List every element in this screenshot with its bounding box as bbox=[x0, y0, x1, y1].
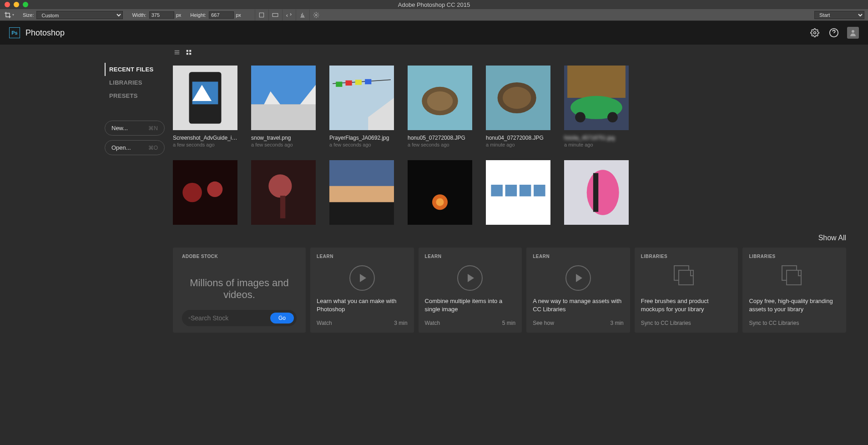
settings-gear-icon[interactable] bbox=[309, 10, 323, 20]
file-card[interactable]: snow_travel.pnga few seconds ago bbox=[251, 66, 319, 147]
grid-view-icon[interactable] bbox=[186, 49, 192, 57]
preferences-gear-icon[interactable] bbox=[809, 27, 821, 39]
clear-icon[interactable] bbox=[296, 10, 309, 20]
file-card[interactable] bbox=[486, 160, 554, 225]
sidebar: RECENT FILESLIBRARIESPRESETS New... ⌘N O… bbox=[0, 45, 173, 445]
content-area: Screenshot_AdvGuide_iPho...a few seconds… bbox=[173, 45, 868, 445]
card-category: LEARN bbox=[425, 254, 516, 259]
file-name: Screenshot_AdvGuide_iPho... bbox=[173, 135, 237, 141]
file-time: a few seconds ago bbox=[251, 142, 319, 147]
library-icon bbox=[782, 265, 807, 287]
sidebar-tab-presets[interactable]: PRESETS bbox=[105, 89, 165, 102]
open-shortcut: ⌘O bbox=[148, 145, 158, 151]
stock-go-button[interactable]: Go bbox=[270, 313, 294, 324]
svg-rect-25 bbox=[355, 80, 362, 85]
file-thumbnail bbox=[408, 160, 472, 225]
svg-rect-34 bbox=[567, 66, 626, 98]
svg-rect-11 bbox=[187, 53, 188, 55]
file-name: snow_travel.png bbox=[251, 135, 316, 141]
file-name: PrayerFlags_JA0692.jpg bbox=[329, 135, 394, 141]
width-label: Width: bbox=[132, 12, 146, 18]
file-card[interactable]: fotolia_45718751.jpga minute ago bbox=[564, 66, 632, 147]
workspace-select[interactable]: Start bbox=[814, 11, 864, 19]
card-footer: Sync to CC Libraries bbox=[749, 320, 840, 326]
file-card[interactable] bbox=[251, 160, 319, 225]
landscape-icon[interactable] bbox=[268, 10, 282, 20]
sidebar-tab-libraries[interactable]: LIBRARIES bbox=[105, 76, 165, 89]
file-time: a few seconds ago bbox=[173, 142, 241, 147]
resource-card[interactable]: LEARNCombine multiple items into a singl… bbox=[419, 248, 522, 333]
size-select[interactable]: Custom bbox=[36, 11, 123, 19]
file-card[interactable]: Screenshot_AdvGuide_iPho...a few seconds… bbox=[173, 66, 241, 147]
height-label: Height: bbox=[190, 12, 206, 18]
stock-search: Go bbox=[182, 310, 297, 326]
svg-rect-0 bbox=[260, 13, 264, 17]
resource-card[interactable]: LIBRARIESCopy free, high-quality brandin… bbox=[742, 248, 846, 333]
open-button[interactable]: Open... ⌘O bbox=[105, 140, 165, 155]
file-card[interactable] bbox=[329, 160, 398, 225]
open-label: Open... bbox=[111, 144, 131, 151]
svg-rect-26 bbox=[365, 79, 371, 84]
svg-point-42 bbox=[268, 174, 292, 197]
library-icon bbox=[674, 265, 699, 287]
file-card[interactable] bbox=[173, 160, 241, 225]
file-card[interactable]: honu05_07272008.JPGa few seconds ago bbox=[408, 66, 476, 147]
start-workspace: RECENT FILESLIBRARIESPRESETS New... ⌘N O… bbox=[0, 45, 868, 445]
play-icon bbox=[349, 265, 375, 291]
file-card[interactable] bbox=[564, 160, 632, 225]
svg-point-40 bbox=[207, 182, 222, 197]
resource-card[interactable]: LIBRARIESFree brushes and product mockup… bbox=[635, 248, 738, 333]
stock-category: ADOBE STOCK bbox=[182, 254, 297, 259]
sidebar-tab-recent-files[interactable]: RECENT FILES bbox=[105, 63, 165, 76]
svg-rect-1 bbox=[273, 13, 278, 16]
macos-titlebar: Adobe Photoshop CC 2015 bbox=[0, 0, 868, 9]
card-title: Free brushes and product mockups for you… bbox=[641, 297, 732, 314]
file-card[interactable]: PrayerFlags_JA0692.jpga few seconds ago bbox=[329, 66, 398, 147]
file-thumbnail bbox=[486, 160, 550, 225]
svg-point-56 bbox=[587, 170, 619, 215]
card-footer: See how3 min bbox=[533, 320, 624, 326]
file-time: a minute ago bbox=[564, 142, 632, 147]
card-category: LEARN bbox=[533, 254, 624, 259]
crop-tool-icon[interactable]: ▾ bbox=[0, 11, 18, 19]
file-card[interactable]: honu04_07272008.JPGa minute ago bbox=[486, 66, 554, 147]
start-header: Ps Photoshop bbox=[0, 21, 868, 45]
play-icon bbox=[457, 265, 483, 291]
new-shortcut: ⌘N bbox=[148, 125, 158, 131]
stock-search-input[interactable] bbox=[191, 314, 270, 322]
help-icon[interactable] bbox=[828, 27, 840, 39]
svg-rect-38 bbox=[173, 160, 237, 225]
svg-rect-24 bbox=[346, 81, 352, 86]
window-title: Adobe Photoshop CC 2015 bbox=[0, 1, 868, 8]
file-thumbnail bbox=[173, 66, 237, 130]
list-view-icon[interactable] bbox=[174, 49, 180, 57]
portrait-icon[interactable] bbox=[255, 10, 268, 20]
svg-point-29 bbox=[427, 91, 453, 111]
card-title: Copy free, high-quality branding assets … bbox=[749, 297, 840, 314]
resource-card[interactable]: LEARNLearn what you can make with Photos… bbox=[310, 248, 414, 333]
new-button[interactable]: New... ⌘N bbox=[105, 121, 165, 136]
card-footer: Watch5 min bbox=[425, 320, 516, 326]
file-thumbnail bbox=[329, 160, 394, 225]
show-all-link[interactable]: Show All bbox=[173, 234, 850, 242]
file-time: a few seconds ago bbox=[408, 142, 476, 147]
file-thumbnail bbox=[408, 66, 472, 130]
card-footer: Watch3 min bbox=[317, 320, 408, 326]
svg-point-49 bbox=[436, 198, 444, 206]
file-thumbnail bbox=[329, 66, 394, 130]
file-card[interactable] bbox=[408, 160, 476, 225]
svg-rect-54 bbox=[534, 185, 545, 197]
height-input[interactable] bbox=[209, 11, 234, 19]
width-input[interactable] bbox=[149, 11, 174, 19]
user-avatar[interactable] bbox=[847, 27, 859, 39]
swap-icon[interactable] bbox=[282, 10, 296, 20]
file-thumbnail bbox=[486, 66, 550, 130]
file-name: honu04_07272008.JPG bbox=[486, 135, 550, 141]
stock-tagline: Millions of images and videos. bbox=[182, 277, 297, 301]
svg-rect-46 bbox=[329, 202, 394, 225]
new-label: New... bbox=[111, 125, 128, 131]
svg-rect-52 bbox=[505, 185, 517, 197]
play-icon bbox=[565, 265, 591, 291]
card-title: Combine multiple items into a single ima… bbox=[425, 297, 516, 314]
resource-card[interactable]: LEARNA new way to manage assets with CC … bbox=[526, 248, 630, 333]
